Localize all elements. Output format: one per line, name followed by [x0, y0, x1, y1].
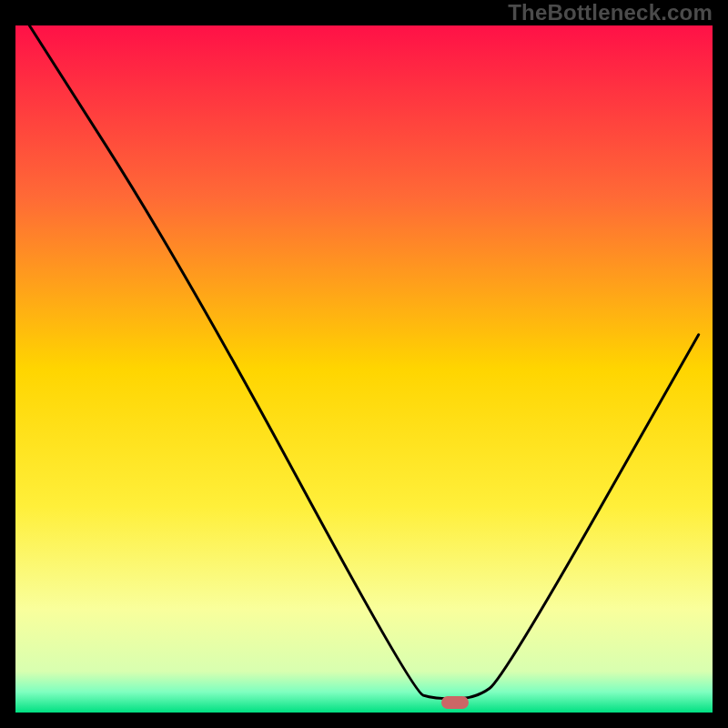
watermark-text: TheBottleneck.com [508, 0, 713, 25]
chart-frame: TheBottleneck.com [0, 0, 728, 728]
plot-area [15, 25, 713, 713]
curve-svg [15, 25, 713, 713]
optimum-marker [441, 696, 469, 709]
bottleneck-curve [29, 25, 698, 699]
